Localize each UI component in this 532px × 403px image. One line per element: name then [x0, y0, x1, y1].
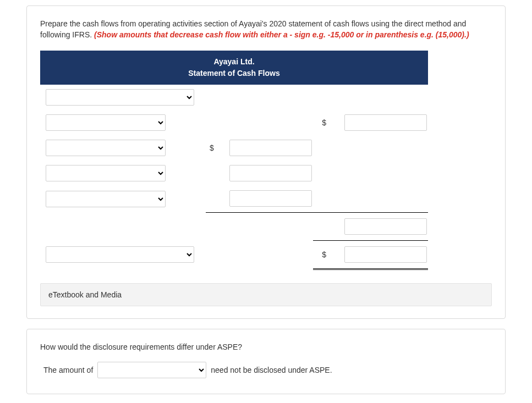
worksheet-header: Ayayai Ltd. Statement of Cash Flows [40, 51, 428, 85]
company-name: Ayayai Ltd. [40, 56, 428, 68]
row5-description-dropdown[interactable] [46, 191, 166, 207]
row6-subtotal-input[interactable] [344, 218, 427, 235]
row2-description-dropdown[interactable] [46, 114, 166, 131]
currency-symbol: $ [313, 240, 330, 269]
row2-amount-input[interactable] [344, 114, 427, 131]
q2-answer-line: The amount of need not be disclosed unde… [43, 362, 492, 378]
statement-title: Statement of Cash Flows [40, 68, 428, 79]
row4-description-dropdown[interactable] [46, 165, 166, 181]
q2-suffix: need not be disclosed under ASPE. [211, 366, 332, 374]
row3-description-dropdown[interactable] [46, 140, 166, 156]
q2-prefix: The amount of [43, 366, 93, 374]
q2-prompt: How would the disclosure requirements di… [40, 341, 492, 353]
currency-symbol: $ [206, 135, 217, 161]
row3-amount-input[interactable] [229, 140, 312, 156]
instruction-hint: (Show amounts that decrease cash flow wi… [94, 30, 469, 39]
etextbook-media-button[interactable]: eTextbook and Media [40, 283, 492, 306]
etextbook-media-label: eTextbook and Media [48, 290, 122, 299]
row7-total-input[interactable] [344, 246, 427, 263]
q2-dropdown[interactable] [97, 362, 206, 378]
question-card-2: How would the disclosure requirements di… [26, 329, 506, 394]
currency-symbol: $ [313, 110, 330, 135]
row7-description-dropdown[interactable] [46, 246, 194, 263]
row1-description-dropdown[interactable] [46, 89, 194, 106]
worksheet: Ayayai Ltd. Statement of Cash Flows [40, 51, 428, 270]
instruction-text: Prepare the cash flows from operating ac… [40, 18, 492, 41]
question-card-1: Prepare the cash flows from operating ac… [26, 5, 506, 319]
row4-amount-input[interactable] [229, 165, 312, 181]
row5-amount-input[interactable] [229, 190, 312, 207]
